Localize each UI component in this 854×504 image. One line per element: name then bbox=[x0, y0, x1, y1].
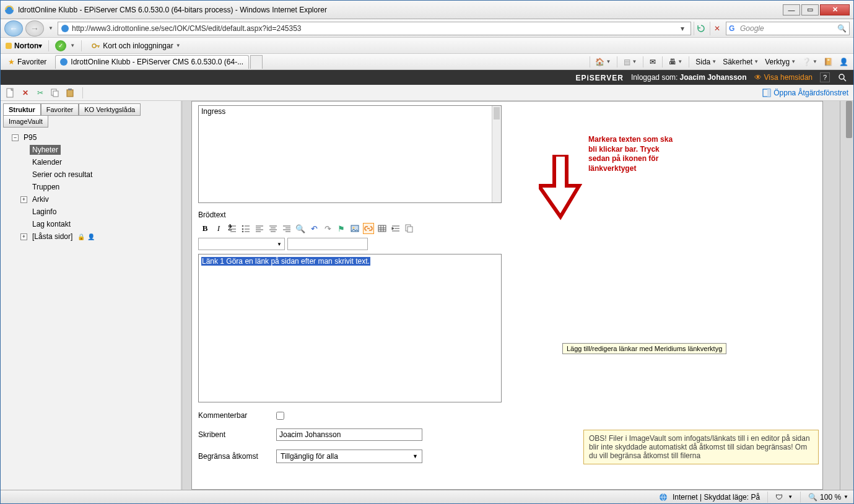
epi-help-button[interactable]: ? bbox=[820, 72, 830, 82]
editor-align-left-button[interactable] bbox=[254, 223, 265, 234]
window-minimize-button[interactable]: — bbox=[783, 4, 800, 15]
editor-italic-button[interactable]: I bbox=[213, 223, 224, 234]
home-icon: 🏠 bbox=[595, 58, 604, 66]
editor-image-button[interactable] bbox=[349, 223, 360, 234]
cmd-print[interactable]: 🖶▼ bbox=[666, 56, 685, 67]
ie-icon bbox=[4, 5, 14, 15]
logged-in-user: Inloggad som: Joacim Johansson bbox=[631, 73, 747, 82]
norton-logo[interactable]: Norton ▾ bbox=[6, 41, 42, 50]
editor-redo-button[interactable]: ↷ bbox=[322, 223, 333, 234]
window-titlebar: IdrottOnline Klubb - EPiServer CMS 6.0.5… bbox=[1, 1, 853, 19]
tree-item-kalender[interactable]: Kalender bbox=[20, 156, 178, 168]
address-dropdown[interactable]: ▾ bbox=[677, 23, 688, 34]
editor-source-button[interactable] bbox=[404, 223, 415, 234]
browser-tab[interactable]: IdrottOnline Klubb - EPiServer CMS 6.0.5… bbox=[55, 55, 249, 69]
epi-search-button[interactable] bbox=[837, 72, 847, 82]
editor-ol-button[interactable]: 12 bbox=[227, 223, 238, 234]
editor-table-button[interactable] bbox=[377, 223, 388, 234]
zoom-value: 100 % bbox=[820, 493, 841, 502]
kommenterbar-checkbox[interactable] bbox=[276, 412, 284, 420]
tree-item-lasta[interactable]: +[Låsta sidor] 🔒👤 bbox=[20, 230, 178, 243]
cmd-safety[interactable]: Säkerhet▼ bbox=[720, 56, 761, 67]
view-site-link[interactable]: 👁 Visa hemsidan bbox=[754, 73, 813, 82]
tab-favoriter[interactable]: Favoriter bbox=[41, 103, 79, 116]
obs-warning-box: OBS! Filer i ImageVault som infogats/län… bbox=[583, 430, 819, 464]
cmd-extra1[interactable]: 📔 bbox=[821, 56, 835, 67]
cmd-extra2[interactable]: 👤 bbox=[837, 56, 851, 67]
editor-ul-button[interactable] bbox=[240, 223, 251, 234]
panel-scrollbar[interactable] bbox=[840, 101, 853, 490]
norton-login-button[interactable]: Kort och inloggningar ▼ bbox=[88, 40, 184, 52]
tree-item-truppen[interactable]: Truppen bbox=[20, 181, 178, 193]
zoom-control[interactable]: 🔍 100 % ▼ bbox=[808, 493, 848, 502]
skribent-label: Skribent bbox=[198, 430, 276, 439]
brodtext-label: Brödtext bbox=[198, 211, 816, 219]
search-icon bbox=[838, 73, 847, 82]
annotation-arrow-icon bbox=[539, 155, 582, 223]
protected-mode-icon[interactable]: 🛡 bbox=[775, 493, 783, 502]
skribent-input[interactable] bbox=[276, 428, 422, 441]
ingress-scrollbar[interactable] bbox=[492, 106, 501, 202]
tree-item-laginfo[interactable]: Laginfo bbox=[20, 206, 178, 218]
nav-history-dropdown[interactable]: ▼ bbox=[46, 20, 55, 37]
copy-icon[interactable] bbox=[50, 88, 60, 98]
search-go-icon[interactable]: 🔍 bbox=[837, 24, 847, 33]
tab-imagevault[interactable]: ImageVault bbox=[3, 115, 48, 128]
cut-icon[interactable]: ✂ bbox=[35, 88, 45, 98]
expand-icon[interactable]: + bbox=[20, 196, 27, 203]
window-close-button[interactable]: ✕ bbox=[820, 4, 850, 15]
cmd-mail[interactable]: ✉ bbox=[647, 56, 658, 67]
tab-page-icon bbox=[59, 58, 68, 66]
tree-item-arkiv[interactable]: +Arkiv bbox=[20, 193, 178, 206]
editor-bold-button[interactable]: B bbox=[199, 223, 211, 234]
tree-root[interactable]: −P95 bbox=[12, 131, 178, 144]
editor-indent-button[interactable] bbox=[390, 223, 401, 234]
cmd-home[interactable]: 🏠▼ bbox=[593, 56, 613, 67]
norton-status-icon[interactable]: ✓ bbox=[55, 40, 66, 51]
refresh-button[interactable] bbox=[694, 22, 707, 35]
back-button[interactable]: ← bbox=[4, 20, 23, 37]
open-action-panel-link[interactable]: Öppna Åtgärdsfönstret bbox=[762, 89, 848, 97]
brodtext-editor[interactable]: Länk 1 Göra en länk på sidan efter man s… bbox=[198, 254, 502, 402]
forward-button[interactable]: → bbox=[25, 20, 44, 37]
begransa-select[interactable]: Tillgänglig för alla ▼ bbox=[276, 450, 422, 463]
svg-text:G: G bbox=[729, 24, 734, 33]
editor-style-dropdown[interactable]: ▼ bbox=[198, 238, 285, 250]
begransa-label: Begränsa åtkomst bbox=[198, 452, 276, 461]
svg-point-16 bbox=[242, 228, 244, 230]
address-bar[interactable]: http://www3.idrottonline.se/sec/IOK/CMS/… bbox=[58, 22, 691, 35]
editor-format-dropdown[interactable] bbox=[287, 238, 368, 250]
paste-icon[interactable] bbox=[65, 88, 75, 98]
favorites-button[interactable]: ★ Favoriter bbox=[3, 56, 51, 67]
editor-find-button[interactable]: 🔍 bbox=[295, 223, 306, 234]
new-tab-button[interactable] bbox=[250, 55, 263, 69]
cmd-page[interactable]: Sida▼ bbox=[693, 56, 719, 67]
stop-button[interactable]: ✕ bbox=[710, 22, 723, 35]
eye-icon: 👁 bbox=[754, 73, 762, 82]
cmd-help[interactable]: ❔▼ bbox=[800, 56, 820, 67]
collapse-icon[interactable]: − bbox=[12, 134, 19, 141]
ingress-textarea[interactable]: Ingress bbox=[198, 105, 502, 203]
editor-align-center-button[interactable] bbox=[268, 223, 279, 234]
editor-align-right-button[interactable] bbox=[281, 223, 292, 234]
cmd-tools[interactable]: Verktyg▼ bbox=[762, 56, 798, 67]
expand-icon[interactable]: + bbox=[20, 233, 27, 240]
tab-ko-verktyg[interactable]: KO Verktygslåda bbox=[79, 103, 141, 116]
tab-struktur[interactable]: Struktur bbox=[3, 103, 41, 116]
editor-undo-button[interactable]: ↶ bbox=[308, 223, 320, 234]
cmd-feeds[interactable]: ▤▼ bbox=[621, 56, 639, 67]
window-maximize-button[interactable]: ▭ bbox=[801, 4, 819, 15]
new-page-icon[interactable] bbox=[6, 88, 15, 98]
editor-link-button[interactable] bbox=[363, 223, 374, 234]
episerver-header: EPiSERVER Inloggad som: Joacim Johansson… bbox=[1, 70, 853, 85]
page-icon bbox=[61, 24, 69, 33]
delete-icon[interactable]: ✕ bbox=[20, 88, 30, 98]
episerver-logo: EPiSERVER bbox=[576, 73, 624, 82]
tree-item-nyheter[interactable]: Nyheter bbox=[20, 144, 178, 156]
search-box[interactable]: G Google 🔍 bbox=[726, 22, 850, 35]
editor-anchor-button[interactable]: ⚑ bbox=[336, 223, 347, 234]
kommenterbar-label: Kommenterbar bbox=[198, 411, 276, 420]
svg-text:2: 2 bbox=[228, 224, 232, 232]
tree-item-lagkontakt[interactable]: Lag kontakt bbox=[20, 218, 178, 230]
tree-item-serier[interactable]: Serier och resultat bbox=[20, 168, 178, 181]
